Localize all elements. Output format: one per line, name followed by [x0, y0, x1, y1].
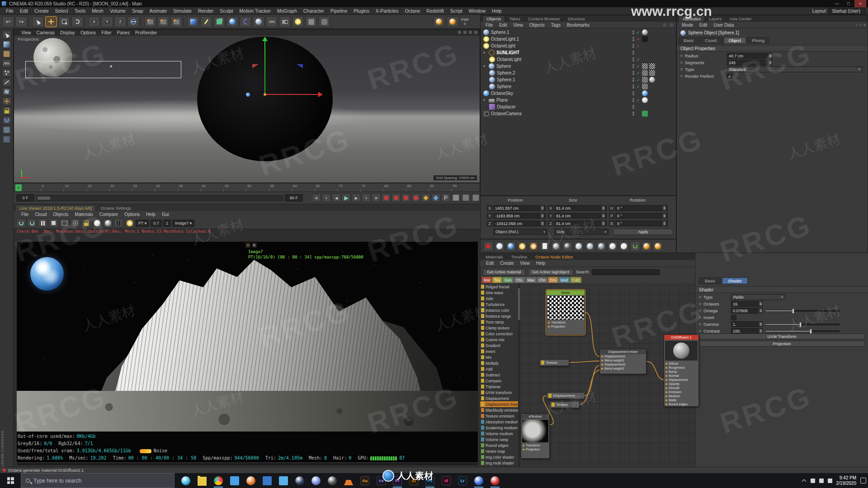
menu-help[interactable]: Help: [489, 8, 505, 14]
viewport-menu-filter[interactable]: Filter: [99, 30, 114, 35]
snap-magnet-icon[interactable]: [2, 116, 11, 124]
octane-badge-icon[interactable]: S: [433, 16, 445, 27]
lv-menu-objects[interactable]: Objects: [50, 212, 71, 217]
compare-a-button[interactable]: A: [245, 243, 250, 248]
visibility-dots[interactable]: [632, 98, 634, 102]
clay-mode-icon[interactable]: [103, 219, 113, 227]
node-list-item[interactable]: Subtract: [480, 372, 519, 378]
coordinate-field[interactable]: 81.4 cm: [554, 213, 607, 219]
node-list-item[interactable]: Color correction: [480, 331, 519, 337]
menu-script[interactable]: Script: [447, 8, 466, 14]
lv-menu-gui[interactable]: Gui: [159, 212, 172, 217]
menu-mograph[interactable]: MoGraph: [274, 8, 300, 14]
ballgray-tag-icon[interactable]: [649, 77, 655, 83]
category-tab-c4d[interactable]: C4D: [570, 277, 581, 283]
visibility-dots[interactable]: [632, 71, 634, 75]
node-port[interactable]: Matte: [664, 398, 698, 402]
menu-render[interactable]: Render: [195, 8, 217, 14]
model-mode-icon[interactable]: [2, 40, 11, 48]
restart-render-icon[interactable]: [16, 219, 26, 227]
region-scale-field[interactable]: 0.7: [151, 220, 162, 227]
node-list-item[interactable]: Img multi shader: [480, 460, 519, 466]
photos-icon[interactable]: [278, 474, 289, 488]
viewport-menu-panes[interactable]: Panes: [114, 30, 132, 35]
menu-animate[interactable]: Animate: [146, 8, 170, 14]
category-tab-med[interactable]: Med: [559, 277, 570, 283]
coordinate-field[interactable]: 0 °: [615, 213, 668, 219]
enable-toggle[interactable]: ✓: [636, 84, 641, 89]
blue-tag-icon[interactable]: [642, 90, 648, 96]
node-list-item[interactable]: Texture emission: [480, 413, 519, 419]
contrast-slider[interactable]: [765, 330, 840, 332]
stepper-arrows[interactable]: [758, 328, 762, 333]
menu-tools[interactable]: Tools: [71, 8, 89, 14]
gamma-field[interactable]: 1.: [731, 321, 763, 327]
node-port[interactable]: Medium: [664, 394, 698, 398]
visibility-dots[interactable]: [632, 112, 634, 116]
redo-icon[interactable]: ↪: [15, 16, 27, 27]
octane-mix-ball-icon[interactable]: [608, 241, 618, 251]
object-tree-item[interactable]: ▾SUNLIGHT: [481, 49, 676, 56]
search-icon[interactable]: [662, 23, 667, 28]
type-select[interactable]: Standard▾: [727, 66, 863, 72]
octane-camera-ball-icon[interactable]: [495, 241, 505, 251]
node-port[interactable]: Projection: [547, 324, 585, 328]
start-frame-field[interactable]: 0 F: [16, 194, 34, 202]
noise-tag-icon[interactable]: [642, 63, 648, 69]
octane-toon-ball-icon[interactable]: [619, 241, 629, 251]
invert-checkbox[interactable]: [731, 315, 736, 320]
object-tree-item[interactable]: OctaneCamera: [481, 110, 676, 117]
node-port[interactable]: Displacement1: [600, 354, 646, 358]
node-port[interactable]: Transform: [547, 320, 585, 324]
menu-create[interactable]: Create: [31, 8, 52, 14]
z-axis-handle[interactable]: [246, 93, 250, 97]
lower-tab-timeline[interactable]: Timeline: [509, 254, 529, 260]
node-port[interactable]: Transform: [521, 443, 549, 447]
edges-mode-icon[interactable]: [2, 78, 11, 86]
objects-menu-view[interactable]: View: [510, 23, 526, 28]
lock-resolution-icon[interactable]: [81, 219, 91, 227]
object-tree-item[interactable]: ▾Sphere✓: [481, 63, 676, 70]
menu-select[interactable]: Select: [52, 8, 71, 14]
noise-tag-icon[interactable]: [642, 84, 648, 89]
coordinate-field[interactable]: 1401.557 cm: [493, 205, 546, 211]
node-list-item[interactable]: Absorption medium: [480, 419, 519, 425]
node-editor-menu-view[interactable]: View: [517, 261, 533, 266]
octane-settings-tab[interactable]: Octane Settings: [97, 205, 135, 211]
node-list-item[interactable]: Clamp texture: [480, 325, 519, 331]
x-axis-button[interactable]: X: [88, 16, 100, 27]
light-icon[interactable]: [292, 16, 304, 27]
render-region-icon[interactable]: [60, 219, 69, 227]
node-editor-menu-edit[interactable]: Edit: [483, 261, 497, 266]
category-tab-mat[interactable]: Mat: [482, 277, 492, 283]
lower-tab-materials[interactable]: Materials: [484, 254, 505, 260]
object-tree-item[interactable]: Displacer: [481, 103, 676, 110]
visibility-dots[interactable]: [632, 91, 634, 95]
octane-ies-light-icon[interactable]: [562, 241, 572, 251]
category-tab-gen[interactable]: Gen: [502, 277, 513, 283]
attribute-tab-object[interactable]: Object: [724, 37, 746, 44]
category-tab-emi[interactable]: Emi: [548, 277, 558, 283]
stepper-arrows[interactable]: [758, 308, 762, 313]
menu-mesh[interactable]: Mesh: [89, 8, 107, 14]
rotate-tool-icon[interactable]: [71, 16, 83, 27]
octaves-field[interactable]: 16.: [731, 301, 763, 307]
texture-node[interactable]: Texture: [539, 359, 569, 366]
slider-handle[interactable]: [810, 329, 812, 334]
node-list-item[interactable]: Multiply: [480, 360, 519, 366]
kernel-select[interactable]: PT ▾: [136, 220, 149, 227]
obs-icon[interactable]: [326, 474, 338, 488]
node-port[interactable]: Emission: [664, 390, 698, 394]
enable-toggle[interactable]: ×: [636, 44, 641, 48]
menu-sculpt[interactable]: Sculpt: [217, 8, 236, 14]
octane-icon[interactable]: [489, 474, 501, 488]
octane-specular-ball-icon[interactable]: [585, 241, 595, 251]
node-port[interactable]: Diffuse: [664, 361, 698, 366]
camera-icon[interactable]: [279, 16, 291, 27]
object-tree-item[interactable]: Sphere.1✓: [481, 29, 676, 36]
node-port[interactable]: Displacement: [664, 378, 698, 382]
node-list-item[interactable]: Gradient: [480, 343, 519, 348]
record-scale-button[interactable]: [401, 193, 410, 202]
floor-icon[interactable]: [266, 16, 278, 27]
yz-plane-handle[interactable]: [297, 64, 303, 68]
